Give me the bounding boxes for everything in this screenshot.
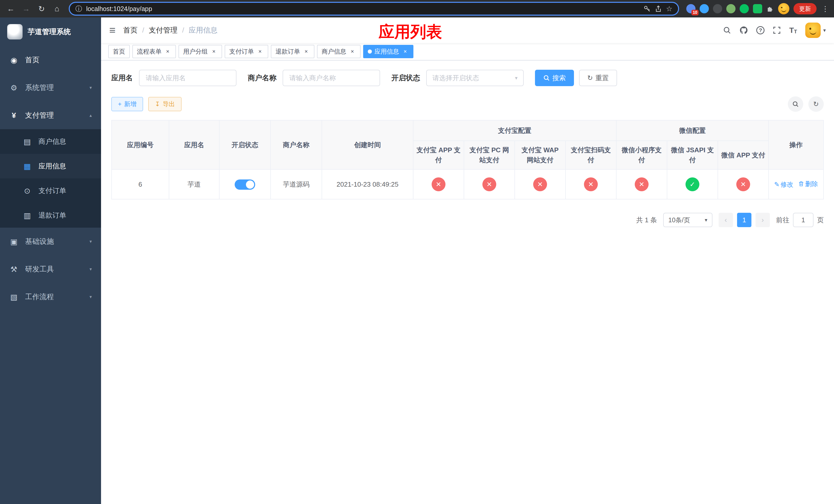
browser-forward-button[interactable]: → [20,2,33,15]
next-page-button[interactable]: › [755,213,770,227]
export-button[interactable]: ↧ 导出 [148,97,181,111]
tab-pay-order[interactable]: 支付订单 × [225,45,268,58]
search-icon[interactable] [723,26,731,35]
sidebar-item-payment[interactable]: ¥ 支付管理 ▴ [0,101,101,129]
edit-icon: ✎ [774,180,780,189]
col-header-alipay-pc: 支付宝 PC 网站支付 [464,141,515,169]
search-button[interactable]: 搜索 [535,70,574,86]
chevron-down-icon: ▾ [89,294,92,300]
tab-home[interactable]: 首页 [108,45,130,58]
browser-toolbar: ← → ↻ ⌂ ⓘ localhost:1024/pay/app ☆ 10 [0,0,834,18]
top-navbar: ≡ 首页 / 支付管理 / 应用信息 ? [101,18,834,43]
sidebar-item-app-info[interactable]: ▦ 应用信息 [0,154,101,178]
alipay-wap-status-icon: ✕ [533,177,547,191]
browser-profile-avatar[interactable] [778,3,789,14]
browser-reload-button[interactable]: ↻ [35,2,48,15]
tab-process-form[interactable]: 流程表单 × [132,45,176,58]
extension-icon[interactable] [700,4,709,13]
table-row: 6 芋道 芋道源码 2021-10-23 08:49:25 ✕ ✕ ✕ ✕ ✕ … [112,169,824,199]
close-icon[interactable]: × [402,48,409,55]
sidebar-item-infra[interactable]: ▣ 基础设施 ▾ [0,228,101,255]
font-size-icon[interactable]: TT [789,26,797,35]
fullscreen-icon[interactable] [773,26,781,35]
sidebar-item-dev-tools[interactable]: ⚒ 研发工具 ▾ [0,255,101,283]
extension-icon[interactable] [753,4,762,13]
help-icon[interactable]: ? [756,26,765,35]
col-group-alipay: 支付宝配置 [413,120,616,141]
server-icon: ▣ [9,237,19,246]
app-name-input[interactable] [139,70,237,86]
col-header-alipay-wap: 支付宝 WAP 网站支付 [515,141,566,169]
extension-badge: 10 [692,10,699,15]
extension-icon[interactable]: 10 [686,4,696,13]
order-icon: ⊙ [23,186,32,196]
browser-update-button[interactable]: 更新 [793,3,816,14]
status-select[interactable]: 请选择开启状态 ▾ [426,70,524,86]
payment-submenu: ▤ 商户信息 ▦ 应用信息 ⊙ 支付订单 ▥ 退款订单 [0,129,101,228]
extensions-puzzle-icon[interactable] [766,5,774,13]
col-header-merchant: 商户名称 [270,120,322,169]
tab-merchant-info[interactable]: 商户信息 × [317,45,360,58]
browser-back-button[interactable]: ← [4,2,18,15]
page-1-button[interactable]: 1 [737,213,751,227]
page-size-select[interactable]: 10条/页 ▾ [663,213,712,227]
page-content: 应用名 商户名称 开启状态 请选择开启状态 ▾ 搜索 ↻ 重 [101,61,834,504]
active-dot [368,49,372,53]
sidebar-item-pay-order[interactable]: ⊙ 支付订单 [0,178,101,203]
chevron-down-icon: ▾ [89,266,92,272]
tab-refund-order[interactable]: 退款订单 × [271,45,314,58]
breadcrumb-payment[interactable]: 支付管理 [149,25,177,35]
status-toggle[interactable] [235,180,255,190]
col-group-wechat: 微信配置 [616,120,769,141]
user-menu[interactable]: ▾ [805,23,826,38]
sidebar-item-merchant-info[interactable]: ▤ 商户信息 [0,129,101,154]
chevron-down-icon: ▾ [823,27,826,33]
col-header-app-name: 应用名 [169,120,219,169]
share-icon[interactable] [655,5,662,12]
add-button[interactable]: + 新增 [111,97,143,111]
goto-page-input[interactable] [793,213,813,227]
edit-button[interactable]: ✎修改 [774,180,793,189]
sidebar-item-refund-order[interactable]: ▥ 退款订单 [0,203,101,228]
url-bar[interactable]: ⓘ localhost:1024/pay/app ☆ [69,2,679,16]
password-key-icon[interactable] [643,5,651,12]
toggle-search-button[interactable] [788,96,803,112]
navbar-actions: ? TT ▾ [723,23,826,38]
merchant-name-input[interactable] [283,70,380,86]
close-icon[interactable]: × [164,48,171,55]
bookmark-star-icon[interactable]: ☆ [666,5,673,13]
breadcrumb-home[interactable]: 首页 [123,25,138,35]
close-icon[interactable]: × [303,48,310,55]
extension-icon[interactable] [740,4,749,13]
sidebar-item-home[interactable]: ◉ 首页 [0,46,101,74]
reset-button[interactable]: ↻ 重置 [579,70,617,86]
tab-user-group[interactable]: 用户分组 × [178,45,222,58]
close-icon[interactable]: × [210,48,218,55]
site-info-icon[interactable]: ⓘ [75,4,82,13]
extension-icon[interactable] [713,4,722,13]
document-icon: ▥ [23,211,32,220]
wechat-lite-status-icon: ✕ [635,177,649,191]
col-header-actions: 操作 [769,120,824,169]
wechat-jsapi-status-icon: ✓ [685,177,699,191]
wechat-app-status-icon: ✕ [736,177,750,191]
tab-app-info[interactable]: 应用信息 × [363,45,413,58]
github-icon[interactable] [739,26,748,35]
chevron-up-icon: ▴ [89,113,92,118]
prev-page-button[interactable]: ‹ [719,213,733,227]
refresh-button[interactable]: ↻ [808,96,824,112]
browser-home-button[interactable]: ⌂ [50,2,64,15]
browser-menu-icon[interactable]: ⋮ [821,5,830,13]
delete-button[interactable]: 删除 [798,179,818,189]
sidebar-item-workflow[interactable]: ▧ 工作流程 ▾ [0,283,101,311]
app-logo-header[interactable]: 芋道管理系统 [0,18,101,46]
close-icon[interactable]: × [349,48,356,55]
sidebar-item-system[interactable]: ⚙ 系统管理 ▾ [0,74,101,101]
goto-suffix: 页 [817,215,824,225]
sidebar-toggle-icon[interactable]: ≡ [109,25,116,36]
chevron-down-icon: ▾ [705,217,707,223]
tabs-bar: 首页 流程表单 × 用户分组 × 支付订单 × 退款订单 × [101,43,834,61]
extension-icon[interactable] [726,4,736,13]
close-icon[interactable]: × [257,48,264,55]
screen: ← → ↻ ⌂ ⓘ localhost:1024/pay/app ☆ 10 [0,0,834,504]
